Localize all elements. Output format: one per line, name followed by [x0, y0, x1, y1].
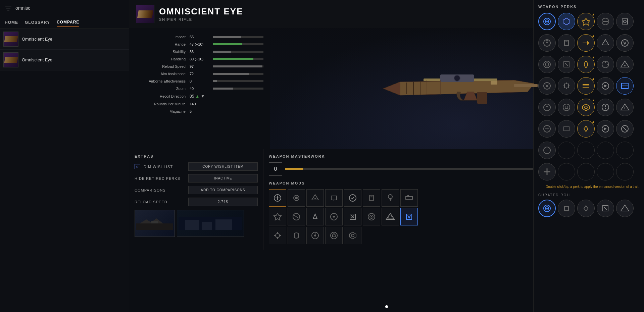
stat-label: Aim Assistance	[136, 72, 190, 76]
perk-slot[interactable]	[538, 142, 556, 159]
copy-wishlist-button[interactable]: COPY WISHLIST ITEM	[188, 162, 258, 171]
stat-value: 72	[190, 72, 213, 76]
mod-slot[interactable]	[344, 227, 361, 244]
weapon-thumbnail	[3, 32, 18, 47]
add-to-comparisons-button[interactable]: ADD TO COMPARISONS	[188, 186, 258, 194]
perk-slot[interactable]	[558, 120, 575, 138]
svg-rect-109	[565, 106, 568, 109]
perk-slot[interactable]	[558, 77, 575, 95]
mod-slot[interactable]	[400, 189, 418, 207]
reload-speed-value: 2.74s	[188, 198, 258, 206]
nav-glossary[interactable]: GLOSSARY	[25, 19, 50, 26]
curated-roll-section: CURATED ROLL	[538, 193, 639, 217]
perk-slot[interactable]	[538, 120, 556, 138]
svg-point-110	[585, 106, 587, 109]
weapon-list-item[interactable]: Omniscient Eye	[0, 50, 129, 70]
mod-slot[interactable]	[269, 227, 286, 244]
weapon-list-item[interactable]: Omniscient Eye	[0, 29, 129, 50]
perk-slot[interactable]	[538, 34, 556, 52]
stat-value: 97	[190, 64, 213, 68]
weapon-thumb-shape	[137, 10, 153, 18]
svg-rect-119	[564, 127, 569, 131]
perk-slot[interactable]	[597, 120, 614, 138]
perk-slot[interactable]: ▲	[577, 120, 595, 138]
weapon-list: Omniscient Eye Omniscient Eye	[0, 29, 129, 70]
perk-slot[interactable]	[597, 13, 614, 30]
comparisons-label: COMPARISONS	[135, 188, 188, 192]
perk-slot[interactable]	[558, 13, 575, 30]
perk-slot[interactable]	[558, 56, 575, 73]
mod-slot[interactable]	[344, 208, 361, 225]
svg-point-34	[349, 195, 356, 201]
perk-slot[interactable]: ▲	[577, 77, 595, 95]
stat-row-stability: Stability 36	[136, 50, 263, 54]
stat-value: 55	[190, 35, 213, 39]
perk-slot[interactable]	[597, 77, 614, 95]
mod-slot[interactable]	[306, 227, 324, 244]
mod-slot[interactable]	[288, 227, 305, 244]
svg-point-38	[388, 195, 392, 199]
stat-label: Zoom	[136, 87, 190, 91]
curated-perk-slot[interactable]	[558, 200, 575, 217]
search-input[interactable]	[15, 5, 124, 11]
page-indicator	[384, 303, 389, 311]
nav-compare[interactable]: COMPARE	[57, 18, 79, 27]
mod-slot[interactable]	[306, 189, 324, 207]
stat-label: Magazine	[136, 109, 190, 113]
mod-slot[interactable]	[344, 189, 361, 207]
mod-slot[interactable]	[400, 208, 418, 225]
mod-slot[interactable]	[325, 189, 343, 207]
masterwork-bar-fill	[285, 168, 303, 170]
curated-perk-slot[interactable]	[577, 200, 595, 217]
weapon-thumbnail	[3, 52, 18, 67]
perk-slot[interactable]: ▲	[577, 34, 595, 52]
mod-slot[interactable]	[288, 189, 305, 207]
perk-slot[interactable]	[597, 99, 614, 116]
svg-point-57	[276, 233, 280, 238]
perk-slot[interactable]	[616, 34, 634, 52]
curated-perks-grid	[538, 200, 639, 217]
stat-row-aim: Aim Assistance 72	[136, 72, 263, 76]
mod-slot[interactable]	[382, 189, 399, 207]
recoil-indicator: 85 ▲ ▼	[190, 94, 205, 99]
mod-slot[interactable]	[269, 189, 286, 207]
svg-point-63	[314, 235, 316, 237]
curated-perk-slot[interactable]	[616, 200, 634, 217]
perk-slot[interactable]	[616, 77, 634, 95]
mod-slot[interactable]	[325, 227, 343, 244]
mod-slot[interactable]	[382, 208, 399, 225]
svg-rect-22	[185, 220, 199, 230]
perk-slot[interactable]	[558, 34, 575, 52]
stat-bar	[213, 65, 263, 67]
perk-slot[interactable]	[538, 163, 556, 180]
curated-perk-slot[interactable]	[538, 200, 556, 217]
stat-bar-fill	[213, 43, 242, 45]
stat-row-reload: Reload Speed 97	[136, 64, 263, 68]
perk-slot[interactable]	[538, 13, 556, 30]
perk-slot[interactable]	[616, 120, 634, 138]
inactive-button[interactable]: INACTIVE	[188, 174, 258, 183]
stat-label: Reload Speed	[136, 64, 190, 68]
perk-slot[interactable]: ▲	[577, 13, 595, 30]
curated-perk-slot[interactable]	[597, 200, 614, 217]
perk-slot[interactable]	[558, 99, 575, 116]
perk-slot[interactable]	[616, 56, 634, 73]
nav-home[interactable]: HOME	[5, 19, 18, 26]
perk-slot[interactable]	[616, 99, 634, 116]
mod-slot[interactable]	[325, 208, 343, 225]
svg-rect-41	[406, 197, 412, 199]
perk-slot[interactable]: ▲	[577, 56, 595, 73]
perk-slot[interactable]	[597, 34, 614, 52]
stat-bar-fill	[213, 58, 253, 60]
mod-slot[interactable]	[269, 208, 286, 225]
perk-slot[interactable]	[597, 56, 614, 73]
mod-slot[interactable]	[363, 208, 380, 225]
svg-rect-17	[136, 223, 173, 230]
mod-slot[interactable]	[306, 208, 324, 225]
mod-slot[interactable]	[288, 208, 305, 225]
filter-icon[interactable]	[5, 4, 12, 12]
mod-slot[interactable]	[363, 189, 380, 207]
perk-slot[interactable]: ▲	[577, 99, 595, 116]
stat-value: 5	[190, 109, 213, 113]
perk-slot[interactable]	[616, 13, 634, 30]
